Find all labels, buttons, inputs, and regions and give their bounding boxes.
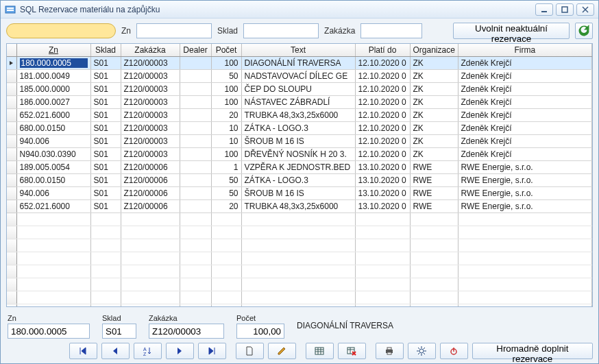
cell-firma[interactable]: Zdeněk Krejčí — [458, 109, 592, 122]
cell-dealer[interactable] — [180, 174, 211, 187]
nav-delete-button[interactable] — [338, 343, 366, 359]
cell-dealer[interactable] — [180, 83, 211, 96]
cell-pocet[interactable]: 100 — [211, 148, 241, 161]
table-row[interactable]: 181.000.0049S01Z120/0000350NADSTAVOVACÍ … — [7, 70, 592, 83]
cell-firma[interactable]: Zdeněk Krejčí — [458, 122, 592, 135]
nav-sort-button[interactable]: AZ — [134, 343, 162, 359]
table-row[interactable]: N940.030.0390S01Z120/00003100DŘEVĚNÝ NOS… — [7, 148, 592, 161]
search-input[interactable] — [11, 26, 119, 36]
cell-zn[interactable]: 185.000.0000 — [16, 83, 90, 96]
cell-pocet[interactable]: 100 — [211, 57, 241, 70]
cell-dealer[interactable] — [180, 200, 211, 213]
nav-new-button[interactable] — [236, 343, 264, 359]
cell-dealer[interactable] — [180, 109, 211, 122]
cell-firma[interactable]: Zdeněk Krejčí — [458, 135, 592, 148]
table-row[interactable]: 680.00.0150S01Z120/0000650ZÁTKA - LOGO.3… — [7, 174, 592, 187]
nav-power-button[interactable] — [440, 343, 468, 359]
cell-zakazka[interactable]: Z120/00003 — [121, 57, 180, 70]
table-row[interactable]: 185.000.0000S01Z120/00003100ČEP DO SLOUP… — [7, 83, 592, 96]
cell-firma[interactable]: RWE Energie, s.r.o. — [458, 200, 592, 213]
cell-pocet[interactable]: 50 — [211, 187, 241, 200]
cell-pocet[interactable]: 20 — [211, 200, 241, 213]
cell-sklad[interactable]: S01 — [90, 122, 121, 135]
table-row[interactable]: 189.005.0054S01Z120/000061VZPĚRA K JEDNO… — [7, 161, 592, 174]
minimize-button[interactable] — [535, 3, 553, 16]
cell-plati[interactable]: 12.10.2020 0 — [355, 135, 410, 148]
cell-plati[interactable]: 12.10.2020 0 — [355, 70, 410, 83]
search-box[interactable] — [6, 23, 116, 38]
cell-zakazka[interactable]: Z120/00006 — [121, 187, 180, 200]
cell-zn[interactable]: 186.000.0027 — [16, 96, 90, 109]
cell-plati[interactable]: 12.10.2020 0 — [355, 57, 410, 70]
cell-text[interactable]: ČEP DO SLOUPU — [241, 83, 355, 96]
detail-zakazka-input[interactable] — [149, 324, 224, 339]
cell-org[interactable]: ZK — [410, 135, 458, 148]
cell-zakazka[interactable]: Z120/00003 — [121, 148, 180, 161]
table-row[interactable]: 652.021.6000S01Z120/0000320TRUBKA 48,3x3… — [7, 109, 592, 122]
cell-sklad[interactable]: S01 — [90, 96, 121, 109]
col-org[interactable]: Organizace — [410, 44, 458, 57]
cell-text[interactable]: DŘEVĚNÝ NOSNÍK H 20 3. — [241, 148, 355, 161]
cell-plati[interactable]: 12.10.2020 0 — [355, 109, 410, 122]
cell-zakazka[interactable]: Z120/00003 — [121, 109, 180, 122]
cell-pocet[interactable]: 50 — [211, 70, 241, 83]
detail-zn-input[interactable] — [8, 324, 90, 339]
cell-zn[interactable]: 940.006 — [16, 135, 90, 148]
cell-pocet[interactable]: 100 — [211, 96, 241, 109]
col-plati[interactable]: Platí do — [355, 44, 410, 57]
cell-org[interactable]: RWE — [410, 200, 458, 213]
cell-sklad[interactable]: S01 — [90, 57, 121, 70]
cell-dealer[interactable] — [180, 96, 211, 109]
nav-settings-button[interactable] — [408, 343, 436, 359]
cell-pocet[interactable]: 1 — [211, 161, 241, 174]
cell-sklad[interactable]: S01 — [90, 148, 121, 161]
cell-zakazka[interactable]: Z120/00006 — [121, 200, 180, 213]
cell-org[interactable]: RWE — [410, 161, 458, 174]
nav-first-button[interactable] — [69, 343, 97, 359]
cell-zn[interactable]: 652.021.6000 — [16, 200, 90, 213]
table-row[interactable]: 180.000.0005S01Z120/00003100DIAGONÁLNÍ T… — [7, 57, 592, 70]
cell-plati[interactable]: 13.10.2020 0 — [355, 161, 410, 174]
cell-firma[interactable]: Zdeněk Krejčí — [458, 57, 592, 70]
nav-prev-button[interactable] — [101, 343, 130, 359]
cell-sklad[interactable]: S01 — [90, 70, 121, 83]
filter-sklad-input[interactable] — [243, 23, 319, 38]
table-row[interactable]: 940.006S01Z120/0000310ŠROUB M 16 IS12.10… — [7, 135, 592, 148]
cell-plati[interactable]: 12.10.2020 0 — [355, 96, 410, 109]
cell-org[interactable]: ZK — [410, 148, 458, 161]
cell-plati[interactable]: 13.10.2020 0 — [355, 200, 410, 213]
refresh-button[interactable] — [575, 23, 593, 39]
cell-zakazka[interactable]: Z120/00003 — [121, 135, 180, 148]
cell-sklad[interactable]: S01 — [90, 83, 121, 96]
cell-dealer[interactable] — [180, 70, 211, 83]
cell-zakazka[interactable]: Z120/00006 — [121, 174, 180, 187]
cell-sklad[interactable]: S01 — [90, 109, 121, 122]
cell-org[interactable]: ZK — [410, 70, 458, 83]
cell-org[interactable]: ZK — [410, 57, 458, 70]
detail-pocet-input[interactable] — [236, 324, 284, 339]
cell-firma[interactable]: Zdeněk Krejčí — [458, 70, 592, 83]
cell-text[interactable]: ZÁTKA - LOGO.3 — [241, 174, 355, 187]
cell-plati[interactable]: 12.10.2020 0 — [355, 148, 410, 161]
cell-pocet[interactable]: 10 — [211, 122, 241, 135]
cell-text[interactable]: ZÁTKA - LOGO.3 — [241, 122, 355, 135]
cell-zn[interactable]: 680.00.0150 — [16, 122, 90, 135]
cell-org[interactable]: ZK — [410, 109, 458, 122]
col-dealer[interactable]: Dealer — [180, 44, 211, 57]
cell-plati[interactable]: 13.10.2020 0 — [355, 174, 410, 187]
col-sklad[interactable]: Sklad — [90, 44, 121, 57]
cell-sklad[interactable]: S01 — [90, 161, 121, 174]
cell-zn[interactable]: 940.006 — [16, 187, 90, 200]
col-firma[interactable]: Firma — [458, 44, 592, 57]
cell-text[interactable]: TRUBKA 48,3x3,25x6000 — [241, 200, 355, 213]
cell-firma[interactable]: RWE Energie, s.r.o. — [458, 174, 592, 187]
table-row[interactable]: 652.021.6000S01Z120/0000620TRUBKA 48,3x3… — [7, 200, 592, 213]
nav-edit-button[interactable] — [268, 343, 296, 359]
cell-zn[interactable]: N940.030.0390 — [16, 148, 90, 161]
bulk-fill-button[interactable]: Hromadně doplnit rezervace — [472, 343, 593, 359]
cell-firma[interactable]: Zdeněk Krejčí — [458, 148, 592, 161]
cell-firma[interactable]: Zdeněk Krejčí — [458, 96, 592, 109]
cell-firma[interactable]: RWE Energie, s.r.o. — [458, 161, 592, 174]
cell-org[interactable]: RWE — [410, 174, 458, 187]
filter-zn-input[interactable] — [136, 23, 212, 38]
